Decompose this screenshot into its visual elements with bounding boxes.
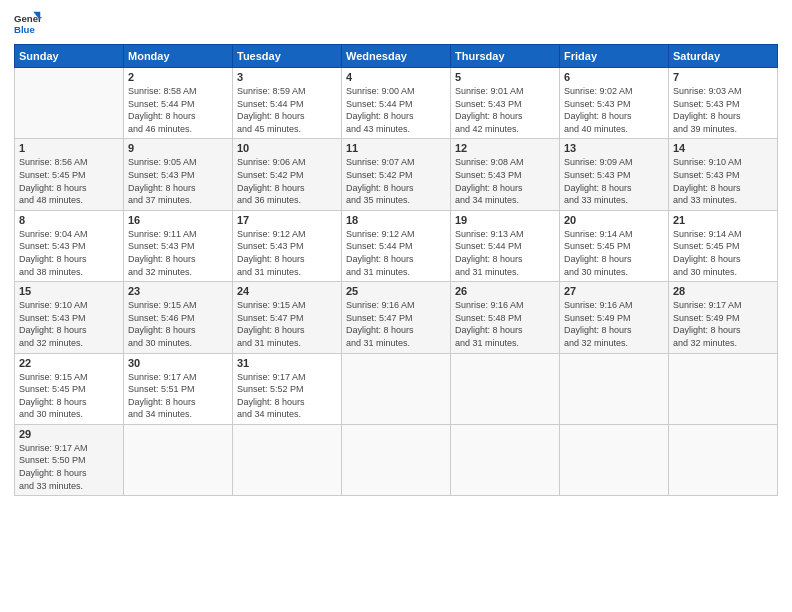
calendar-cell: 5Sunrise: 9:01 AM Sunset: 5:43 PM Daylig…	[451, 68, 560, 139]
calendar-header-row: SundayMondayTuesdayWednesdayThursdayFrid…	[15, 45, 778, 68]
calendar-cell	[451, 353, 560, 424]
calendar-cell	[451, 424, 560, 495]
calendar-week-4: 22Sunrise: 9:15 AM Sunset: 5:45 PM Dayli…	[15, 353, 778, 424]
day-detail: Sunrise: 9:11 AM Sunset: 5:43 PM Dayligh…	[128, 228, 228, 278]
calendar-cell: 16Sunrise: 9:11 AM Sunset: 5:43 PM Dayli…	[124, 210, 233, 281]
day-number: 20	[564, 214, 664, 226]
calendar-week-1: 1Sunrise: 8:56 AM Sunset: 5:45 PM Daylig…	[15, 139, 778, 210]
day-detail: Sunrise: 9:01 AM Sunset: 5:43 PM Dayligh…	[455, 85, 555, 135]
day-detail: Sunrise: 9:09 AM Sunset: 5:43 PM Dayligh…	[564, 156, 664, 206]
day-detail: Sunrise: 9:06 AM Sunset: 5:42 PM Dayligh…	[237, 156, 337, 206]
day-detail: Sunrise: 9:05 AM Sunset: 5:43 PM Dayligh…	[128, 156, 228, 206]
day-number: 27	[564, 285, 664, 297]
calendar-cell: 3Sunrise: 8:59 AM Sunset: 5:44 PM Daylig…	[233, 68, 342, 139]
day-detail: Sunrise: 9:17 AM Sunset: 5:49 PM Dayligh…	[673, 299, 773, 349]
day-number: 1	[19, 142, 119, 154]
calendar-cell: 11Sunrise: 9:07 AM Sunset: 5:42 PM Dayli…	[342, 139, 451, 210]
calendar-table: SundayMondayTuesdayWednesdayThursdayFrid…	[14, 44, 778, 496]
calendar-cell: 28Sunrise: 9:17 AM Sunset: 5:49 PM Dayli…	[669, 282, 778, 353]
calendar-cell: 17Sunrise: 9:12 AM Sunset: 5:43 PM Dayli…	[233, 210, 342, 281]
day-detail: Sunrise: 9:08 AM Sunset: 5:43 PM Dayligh…	[455, 156, 555, 206]
calendar-cell	[669, 353, 778, 424]
col-header-friday: Friday	[560, 45, 669, 68]
calendar-cell: 7Sunrise: 9:03 AM Sunset: 5:43 PM Daylig…	[669, 68, 778, 139]
calendar-cell: 19Sunrise: 9:13 AM Sunset: 5:44 PM Dayli…	[451, 210, 560, 281]
day-number: 10	[237, 142, 337, 154]
day-detail: Sunrise: 9:12 AM Sunset: 5:44 PM Dayligh…	[346, 228, 446, 278]
day-detail: Sunrise: 9:17 AM Sunset: 5:52 PM Dayligh…	[237, 371, 337, 421]
day-number: 3	[237, 71, 337, 83]
calendar-cell	[560, 424, 669, 495]
day-number: 22	[19, 357, 119, 369]
day-number: 6	[564, 71, 664, 83]
day-detail: Sunrise: 9:17 AM Sunset: 5:50 PM Dayligh…	[19, 442, 119, 492]
day-detail: Sunrise: 9:15 AM Sunset: 5:45 PM Dayligh…	[19, 371, 119, 421]
calendar-cell: 6Sunrise: 9:02 AM Sunset: 5:43 PM Daylig…	[560, 68, 669, 139]
calendar-cell: 21Sunrise: 9:14 AM Sunset: 5:45 PM Dayli…	[669, 210, 778, 281]
day-detail: Sunrise: 9:00 AM Sunset: 5:44 PM Dayligh…	[346, 85, 446, 135]
day-number: 11	[346, 142, 446, 154]
calendar-cell: 12Sunrise: 9:08 AM Sunset: 5:43 PM Dayli…	[451, 139, 560, 210]
day-number: 31	[237, 357, 337, 369]
calendar-cell: 8Sunrise: 9:04 AM Sunset: 5:43 PM Daylig…	[15, 210, 124, 281]
day-number: 19	[455, 214, 555, 226]
calendar-cell: 1Sunrise: 8:56 AM Sunset: 5:45 PM Daylig…	[15, 139, 124, 210]
day-number: 17	[237, 214, 337, 226]
svg-text:Blue: Blue	[14, 24, 35, 35]
col-header-saturday: Saturday	[669, 45, 778, 68]
calendar-cell: 24Sunrise: 9:15 AM Sunset: 5:47 PM Dayli…	[233, 282, 342, 353]
calendar-cell: 22Sunrise: 9:15 AM Sunset: 5:45 PM Dayli…	[15, 353, 124, 424]
day-number: 23	[128, 285, 228, 297]
day-detail: Sunrise: 9:04 AM Sunset: 5:43 PM Dayligh…	[19, 228, 119, 278]
day-detail: Sunrise: 9:14 AM Sunset: 5:45 PM Dayligh…	[673, 228, 773, 278]
day-number: 8	[19, 214, 119, 226]
day-detail: Sunrise: 9:03 AM Sunset: 5:43 PM Dayligh…	[673, 85, 773, 135]
day-number: 24	[237, 285, 337, 297]
col-header-monday: Monday	[124, 45, 233, 68]
calendar-cell: 31Sunrise: 9:17 AM Sunset: 5:52 PM Dayli…	[233, 353, 342, 424]
col-header-thursday: Thursday	[451, 45, 560, 68]
col-header-tuesday: Tuesday	[233, 45, 342, 68]
calendar-cell: 10Sunrise: 9:06 AM Sunset: 5:42 PM Dayli…	[233, 139, 342, 210]
day-detail: Sunrise: 8:59 AM Sunset: 5:44 PM Dayligh…	[237, 85, 337, 135]
day-number: 7	[673, 71, 773, 83]
calendar-cell: 2Sunrise: 8:58 AM Sunset: 5:44 PM Daylig…	[124, 68, 233, 139]
col-header-wednesday: Wednesday	[342, 45, 451, 68]
calendar-cell	[669, 424, 778, 495]
day-number: 26	[455, 285, 555, 297]
day-number: 5	[455, 71, 555, 83]
day-number: 18	[346, 214, 446, 226]
day-detail: Sunrise: 9:10 AM Sunset: 5:43 PM Dayligh…	[673, 156, 773, 206]
day-detail: Sunrise: 9:14 AM Sunset: 5:45 PM Dayligh…	[564, 228, 664, 278]
day-number: 15	[19, 285, 119, 297]
col-header-sunday: Sunday	[15, 45, 124, 68]
calendar-cell: 14Sunrise: 9:10 AM Sunset: 5:43 PM Dayli…	[669, 139, 778, 210]
day-detail: Sunrise: 8:56 AM Sunset: 5:45 PM Dayligh…	[19, 156, 119, 206]
logo-icon: General Blue	[14, 10, 42, 38]
calendar-week-5: 29Sunrise: 9:17 AM Sunset: 5:50 PM Dayli…	[15, 424, 778, 495]
day-number: 12	[455, 142, 555, 154]
day-number: 4	[346, 71, 446, 83]
calendar-cell: 26Sunrise: 9:16 AM Sunset: 5:48 PM Dayli…	[451, 282, 560, 353]
day-detail: Sunrise: 9:17 AM Sunset: 5:51 PM Dayligh…	[128, 371, 228, 421]
calendar-cell: 20Sunrise: 9:14 AM Sunset: 5:45 PM Dayli…	[560, 210, 669, 281]
day-number: 28	[673, 285, 773, 297]
day-number: 21	[673, 214, 773, 226]
calendar-cell	[124, 424, 233, 495]
calendar-cell	[342, 353, 451, 424]
day-detail: Sunrise: 8:58 AM Sunset: 5:44 PM Dayligh…	[128, 85, 228, 135]
day-detail: Sunrise: 9:12 AM Sunset: 5:43 PM Dayligh…	[237, 228, 337, 278]
day-number: 14	[673, 142, 773, 154]
day-number: 30	[128, 357, 228, 369]
day-number: 2	[128, 71, 228, 83]
calendar-week-2: 8Sunrise: 9:04 AM Sunset: 5:43 PM Daylig…	[15, 210, 778, 281]
calendar-cell: 27Sunrise: 9:16 AM Sunset: 5:49 PM Dayli…	[560, 282, 669, 353]
calendar-week-0: 2Sunrise: 8:58 AM Sunset: 5:44 PM Daylig…	[15, 68, 778, 139]
day-detail: Sunrise: 9:16 AM Sunset: 5:48 PM Dayligh…	[455, 299, 555, 349]
day-number: 13	[564, 142, 664, 154]
day-detail: Sunrise: 9:16 AM Sunset: 5:49 PM Dayligh…	[564, 299, 664, 349]
calendar-cell: 25Sunrise: 9:16 AM Sunset: 5:47 PM Dayli…	[342, 282, 451, 353]
calendar-cell: 23Sunrise: 9:15 AM Sunset: 5:46 PM Dayli…	[124, 282, 233, 353]
calendar-cell: 13Sunrise: 9:09 AM Sunset: 5:43 PM Dayli…	[560, 139, 669, 210]
day-detail: Sunrise: 9:13 AM Sunset: 5:44 PM Dayligh…	[455, 228, 555, 278]
